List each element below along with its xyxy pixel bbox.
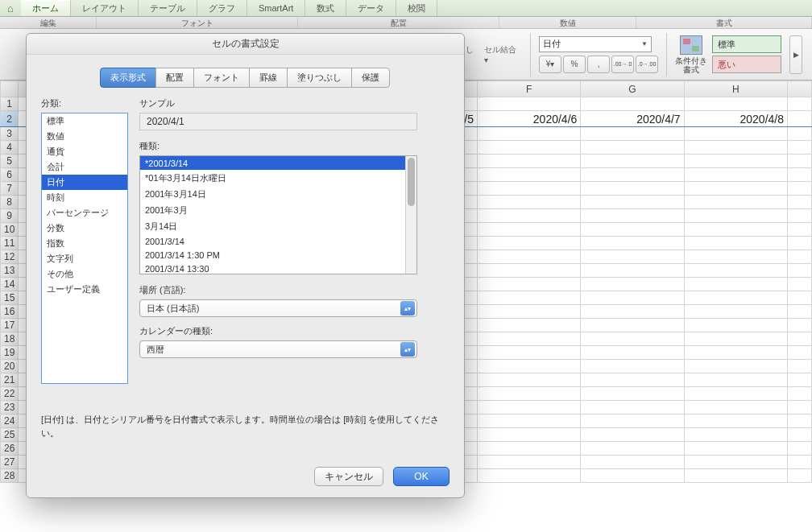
styles-more-button[interactable]: ▶ xyxy=(789,35,802,74)
group-format-label: 書式 xyxy=(636,17,812,28)
ribbon-tab-layout[interactable]: レイアウト xyxy=(71,0,139,16)
increase-decimal-button[interactable]: .00→.0 xyxy=(611,56,634,73)
number-format-combo[interactable]: 日付 ▼ xyxy=(539,36,652,52)
ribbon-tab-smartart[interactable]: SmartArt xyxy=(247,0,305,16)
conditional-format-button[interactable]: 条件付き 書式 xyxy=(675,35,707,74)
separator xyxy=(530,33,531,76)
comma-button[interactable]: , xyxy=(587,56,610,73)
home-icon[interactable]: ⌂ xyxy=(0,0,21,16)
format-cells-dialog: セルの書式設定 表示形式 配置 フォント 罫線 塗りつぶし 保護 分類: 標準数… xyxy=(26,33,465,80)
chevron-down-icon: ▼ xyxy=(641,40,648,47)
conditional-format-label: 条件付き 書式 xyxy=(675,56,707,74)
conditional-format-icon xyxy=(680,35,702,55)
dialog-tab-protection[interactable]: 保護 xyxy=(351,68,390,80)
decrease-decimal-button[interactable]: .0→.00 xyxy=(636,56,658,73)
ribbon-tab-data[interactable]: データ xyxy=(346,0,396,16)
dialog-tab-border[interactable]: 罫線 xyxy=(249,68,288,80)
style-normal[interactable]: 標準 xyxy=(712,35,781,53)
number-format-value: 日付 xyxy=(543,38,561,50)
group-edit-label: 編集 xyxy=(0,17,97,28)
group-font-label: フォント xyxy=(97,17,298,28)
dialog-tab-fill[interactable]: 塗りつぶし xyxy=(287,68,352,80)
currency-button[interactable]: ¥▾ xyxy=(539,56,561,73)
dialog-tab-alignment[interactable]: 配置 xyxy=(155,68,194,80)
merge-cells-button[interactable]: セル結合 ▾ xyxy=(484,44,522,64)
dialog-tab-font[interactable]: フォント xyxy=(193,68,250,80)
ribbon-tab-review[interactable]: 校閲 xyxy=(396,0,437,16)
percent-button[interactable]: % xyxy=(563,56,586,73)
dialog-title: セルの書式設定 xyxy=(27,34,464,55)
ribbon-tabs: ⌂ ホーム レイアウト テーブル グラフ SmartArt 数式 データ 校閲 xyxy=(0,0,812,17)
group-number-label: 数値 xyxy=(499,17,636,28)
ribbon-tab-formula[interactable]: 数式 xyxy=(305,0,346,16)
ribbon-tab-home[interactable]: ホーム xyxy=(21,0,71,16)
separator xyxy=(666,33,667,76)
group-align-label: 配置 xyxy=(298,17,499,28)
dialog-tabs: 表示形式 配置 フォント 罫線 塗りつぶし 保護 xyxy=(27,68,464,80)
cell-styles: 標準 悪い xyxy=(712,35,781,73)
ribbon-tab-table[interactable]: テーブル xyxy=(139,0,197,16)
style-bad[interactable]: 悪い xyxy=(712,56,781,73)
ribbon-group-labels: 編集 フォント 配置 数値 書式 xyxy=(0,17,812,29)
dialog-tab-number[interactable]: 表示形式 xyxy=(100,68,156,80)
ribbon-tab-chart[interactable]: グラフ xyxy=(197,0,247,16)
